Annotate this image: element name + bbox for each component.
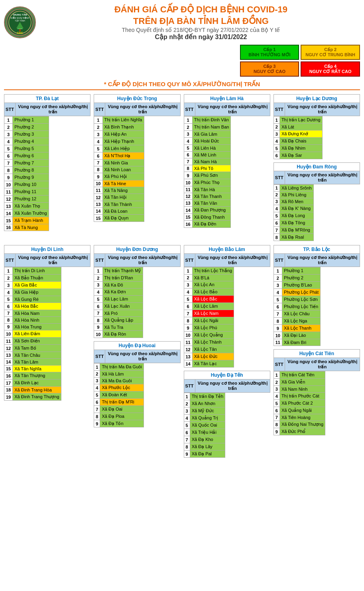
- table-row: 8: [94, 166, 102, 173]
- table-cell: Xã Đạ K' Nàng: [279, 205, 313, 212]
- table-cell: Xã Ka Đơn: [102, 289, 143, 296]
- table-cell: Phường 6: [13, 152, 49, 160]
- table-row: 6: [4, 152, 13, 160]
- table-cell: Xã N'Thol Hạ: [102, 152, 144, 160]
- table-row: 5: [94, 391, 100, 399]
- table-row: 3: [4, 131, 13, 138]
- table-cell: Xã Nam Hà: [192, 158, 231, 165]
- table-da-huoai: Huyện Đạ Huoai STTVùng nguy cơ theo xã/p…: [94, 341, 180, 363]
- table-row: 8: [273, 318, 282, 325]
- table-cell: Xã Đạ M'Rông: [279, 227, 313, 234]
- table-row: 7: [184, 436, 190, 443]
- col-stt: STT: [4, 103, 16, 116]
- table-row: 10: [273, 332, 282, 339]
- col-name: Vùng nguy cơ theo xã/phường/thị trấn: [195, 254, 270, 267]
- table-cell: Thị trấn Phước Cát: [279, 393, 325, 400]
- table-row: 1: [273, 372, 279, 379]
- table-cell: Xã Phú Sơn: [192, 172, 231, 179]
- table-da-lat: TP. Đà Lạt STTVùng nguy cơ theo xã/phườn…: [4, 94, 91, 116]
- table-cell: Xã Bình Thạnh: [102, 124, 144, 131]
- table-row: 15: [4, 217, 13, 224]
- table-row: 8: [184, 317, 192, 324]
- col-stt: STT: [184, 380, 195, 393]
- table-cell: Xã Hòa Trung: [13, 324, 61, 330]
- table-row: 4: [4, 138, 13, 145]
- table-row: 2: [273, 275, 282, 282]
- table-cell: Xã Tân Lạc: [192, 360, 234, 368]
- legend-cap4-sub: NGUY CƠ RẤT CAO: [305, 69, 355, 74]
- district-name-tp-bao-loc: TP. Bảo Lộc: [273, 245, 360, 254]
- title-date: Cập nhật đến ngày 31/01/2022: [42, 33, 360, 41]
- table-cell: Xã Đam Bri: [282, 339, 321, 346]
- table-cell: Xã Đức Phổ: [279, 428, 325, 435]
- table-row: 4: [273, 393, 279, 400]
- table-row: 7: [273, 227, 279, 234]
- svg-text:CDC: CDC: [17, 32, 23, 34]
- col-stt: STT: [184, 103, 195, 116]
- district-name-di-linh: Huyện Di Linh: [4, 245, 91, 254]
- table-row: 8: [94, 413, 100, 420]
- table-row: 15: [4, 366, 13, 372]
- table-cell: Phường 12: [13, 196, 49, 203]
- table-cell: Xã Mê Linh: [192, 152, 231, 158]
- table-cell: Xã Đạ Rsal: [279, 234, 313, 241]
- table-row: 5: [184, 422, 190, 429]
- table-row: 1: [4, 267, 13, 275]
- legend-cap3-sub: NGUY CƠ CAO: [245, 69, 295, 74]
- table-cell: Xã Liên Đầm: [13, 330, 61, 338]
- table-cell: Phường 10: [13, 181, 49, 188]
- table-cell: Phường 2: [282, 275, 321, 282]
- table-row: 13: [184, 353, 192, 360]
- table-row: 4: [184, 289, 192, 296]
- col-stt: STT: [184, 254, 195, 267]
- table-cell: Xã Tân Thành: [102, 201, 144, 208]
- table-da-teh: Huyện Đạ Tẻh STTVùng nguy cơ theo xã/phư…: [184, 371, 270, 393]
- table-row: 11: [4, 338, 13, 345]
- table-cell: Thị trấn D'Ran: [102, 275, 143, 282]
- table-cell: Xã Gung Ré: [13, 296, 61, 303]
- table-row: 8: [184, 165, 192, 172]
- table-cell: Thị trấn Liên Nghĩa: [102, 117, 144, 124]
- district-tp-bao-loc-cat-tien: TP. Bảo Lộc STTVùng nguy cơ theo xã/phườ…: [273, 245, 360, 435]
- col-name: Vùng nguy cơ theo xã/phường/thị trấn: [105, 350, 180, 363]
- table-cell: Xã Tân Văn: [192, 200, 231, 207]
- table-di-linh-rows: 1Thị trấn Di Linh2Xã Bảo Thuận3Xã Gia Bắ…: [4, 267, 61, 401]
- district-da-lat: TP. Đà Lạt STTVùng nguy cơ theo xã/phườn…: [4, 94, 91, 231]
- table-cell: Xã Xuân Trường: [13, 210, 49, 217]
- table-cell: Thị trấn Ma Đa Guôi: [100, 364, 144, 371]
- col-name: Vùng nguy cơ theo xã/phường/thị trấn: [285, 254, 360, 267]
- table-row: 2: [273, 379, 279, 386]
- table-row: 10: [4, 330, 13, 338]
- district-name-da-lat: TP. Đà Lạt: [4, 95, 91, 103]
- table-row: 9: [184, 324, 192, 332]
- table-row: 14: [184, 360, 192, 368]
- table-cell: Thị trấn Lạc Dương: [279, 117, 322, 124]
- legend-cap4-label: Cấp 4: [305, 64, 355, 69]
- table-row: 11: [184, 186, 192, 193]
- table-duc-trong: Huyện Đức Trọng STTVùng nguy cơ theo xã/…: [94, 94, 180, 116]
- district-don-duong-da-huoai: Huyện Đơn Dương STTVùng nguy cơ theo xã/…: [94, 245, 180, 427]
- table-da-lat-rows: 1Phường 12Phường 23Phường 34Phường 45Phư…: [4, 116, 49, 231]
- table-row: 4: [94, 289, 102, 296]
- table-cat-tien-rows: 1Thị trấn Cát Tiên2Xã Gia Viễn3Xã Nam Ni…: [273, 371, 325, 435]
- table-row: 4: [184, 415, 190, 422]
- table-cell: Xã Tu Tra: [102, 324, 143, 331]
- table-row: 6: [94, 399, 100, 406]
- col-stt: STT: [94, 103, 105, 116]
- table-cell: Phường 1: [282, 267, 321, 275]
- table-cell: Thị trấn Đạ M'Ri: [100, 399, 144, 406]
- col-stt: STT: [4, 254, 16, 267]
- table-row: 6: [273, 303, 282, 310]
- title-line2: TRÊN ĐỊA BÀN TỈNH LÂM ĐỒNG: [42, 16, 360, 27]
- table-cell: Xã Lộc Quảng: [192, 332, 234, 339]
- col-stt: STT: [273, 358, 285, 371]
- table-cell: Xã Đông Thanh: [192, 214, 231, 221]
- table-cell: Thị trấn Cát Tiên: [279, 372, 325, 379]
- table-cell: Phường 11: [13, 188, 49, 196]
- table-cell: Xã Lạc Xuân: [102, 303, 143, 310]
- table-cell: Xã Liên Hiệp: [102, 145, 144, 152]
- table-cell: Xã Lộc Phú: [192, 324, 234, 332]
- district-duc-trong: Huyện Đức Trọng STTVùng nguy cơ theo xã/…: [94, 94, 180, 222]
- table-row: 5: [184, 145, 192, 152]
- table-row: 7: [4, 310, 13, 317]
